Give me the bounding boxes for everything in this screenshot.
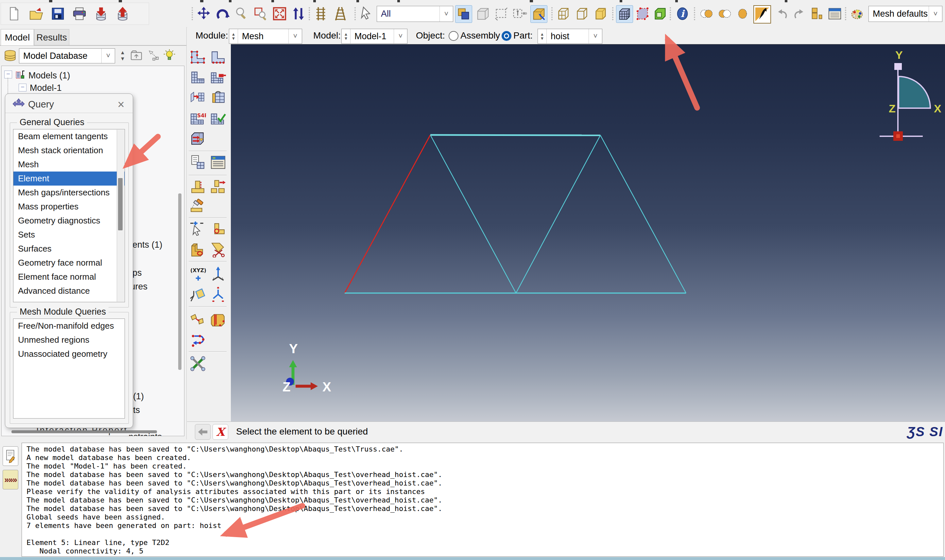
mesh-part-button[interactable] [189, 69, 207, 86]
color-code-combo[interactable]: Mesh defaults˅ [868, 6, 942, 22]
datum-axis-button[interactable] [210, 266, 227, 283]
save-button[interactable] [50, 5, 66, 22]
previous-step-button[interactable] [195, 424, 211, 440]
part-radio[interactable] [502, 31, 512, 41]
measure-pins-button[interactable] [512, 5, 528, 22]
query-item-geometry-face-normal[interactable]: Geometry face normal [14, 256, 125, 270]
truss-element-1-2[interactable] [345, 135, 430, 293]
tree-vertical-scrollbar[interactable] [178, 194, 182, 370]
viewport[interactable]: Y Z X Y Z X [231, 44, 945, 422]
render-wireframe-button[interactable] [555, 5, 572, 22]
query-item-free-non-manifold-edges[interactable]: Free/Non-manifold edges [14, 319, 125, 333]
redo-button[interactable] [791, 5, 808, 22]
mesh-bag-button[interactable] [210, 89, 227, 106]
tab-model[interactable]: Model [1, 29, 34, 45]
undo-button[interactable] [774, 5, 790, 22]
query-item-unmeshed-regions[interactable]: Unmeshed regions [14, 333, 125, 347]
element-type-button[interactable]: S4R [189, 109, 207, 126]
query-item-mesh-stack-orientation[interactable]: Mesh stack orientation [14, 143, 125, 157]
activate-module-flag-button[interactable] [753, 5, 771, 23]
tree-fragment[interactable]: ents (1) [133, 240, 162, 250]
spinner-icon[interactable]: ▲▼ [538, 29, 547, 43]
tree-item-model1[interactable]: Model-1 [30, 83, 62, 95]
query-dialog[interactable]: Query × General Queries Beam element tan… [5, 94, 133, 428]
move-elements-button[interactable] [210, 178, 227, 195]
mesh-copy-button[interactable] [189, 154, 207, 171]
tree-spin-buttons[interactable]: ▲▼ [118, 49, 128, 62]
tree-fragment[interactable]: (1) [133, 391, 144, 402]
truss-element-3-4[interactable] [516, 135, 600, 293]
view-cut-toggle[interactable] [530, 5, 547, 23]
partition-cell-button[interactable] [210, 311, 227, 328]
chevron-down-icon[interactable]: ˅ [288, 29, 302, 43]
close-icon[interactable]: × [114, 98, 128, 111]
chevron-down-icon[interactable]: ˅ [394, 29, 407, 43]
seed-display-toggle[interactable] [634, 5, 651, 22]
ghost-cube-button[interactable] [475, 5, 491, 22]
query-item-element-face-normal[interactable]: Element face normal [14, 270, 125, 284]
drag-rectangle-button[interactable] [493, 5, 509, 22]
tree-fragment[interactable]: ts [133, 405, 140, 415]
lightbulb-icon[interactable] [163, 49, 176, 63]
message-log[interactable]: The model database has been saved to "C:… [22, 443, 944, 557]
manager-table-button[interactable] [826, 5, 843, 22]
boolean-merge-button[interactable] [734, 5, 751, 22]
region-manager-button[interactable] [809, 5, 825, 22]
new-file-button[interactable] [6, 5, 22, 22]
module-combo[interactable]: ▲▼ Mesh ˅ [229, 29, 302, 44]
truss-mesh[interactable] [345, 135, 686, 293]
render-hiddenline-button[interactable] [574, 5, 590, 22]
bottom-up-mesh-button[interactable] [189, 130, 207, 147]
solid-feature-button[interactable] [189, 241, 207, 258]
cancel-procedure-button[interactable]: X [213, 424, 228, 440]
zoom-box-button[interactable] [253, 5, 269, 22]
query-item-advanced-distance[interactable]: Advanced distance [14, 284, 125, 298]
perspective-on-button[interactable] [313, 5, 329, 22]
chevron-down-icon[interactable]: ˅ [589, 29, 602, 43]
cycle-views-button[interactable] [290, 5, 307, 22]
datum-point-button[interactable]: (XYZ) [189, 266, 207, 283]
render-shaded-button[interactable] [592, 5, 609, 22]
spinner-icon[interactable]: ▲▼ [229, 29, 238, 43]
object-overlap-toggle[interactable] [455, 5, 472, 23]
truss-element-4-5[interactable] [600, 135, 686, 293]
kernel-cli-tab-button[interactable]: »»» [3, 470, 18, 489]
query-item-geometry-diagnostics[interactable]: Geometry diagnostics [14, 214, 125, 228]
delete-mesh-button[interactable] [189, 197, 207, 214]
model-combo[interactable]: ▲▼ Model-1 ˅ [341, 29, 407, 44]
chevron-down-icon[interactable]: ˅ [439, 6, 453, 22]
mesh-table-button[interactable] [210, 154, 227, 171]
tab-results[interactable]: Results [34, 29, 69, 45]
datum-csys-button[interactable] [210, 286, 227, 303]
spinner-icon[interactable]: ▲▼ [342, 29, 350, 43]
message-area-tab-button[interactable] [3, 446, 18, 466]
show-mesh-toggle[interactable] [616, 5, 633, 23]
fit-view-button[interactable] [271, 5, 288, 22]
folder-up-icon[interactable] [130, 49, 143, 63]
list-scrollbar[interactable] [117, 130, 124, 302]
part-combo[interactable]: ▲▼ hoist ˅ [538, 29, 602, 44]
collapse-icon[interactable]: − [18, 84, 26, 91]
tree-item-models[interactable]: Models (1) [28, 71, 70, 81]
magnify-view-button[interactable] [233, 5, 250, 22]
assembly-radio[interactable] [449, 31, 458, 41]
query-item-mesh-gaps-intersections[interactable]: Mesh gaps/intersections [14, 186, 125, 200]
save-session-button[interactable] [93, 5, 109, 22]
select-cursor-icon[interactable] [358, 5, 375, 22]
query-item-mass-properties[interactable]: Mass properties [14, 200, 125, 214]
verify-mesh-button[interactable] [210, 109, 227, 126]
filter-icon[interactable] [147, 49, 160, 63]
query-item-element[interactable]: Element [14, 172, 125, 186]
mesh-queries-list[interactable]: Free/Non-manifold edgesUnmeshed regionsU… [13, 318, 125, 418]
general-queries-list[interactable]: Beam element tangentsMesh stack orientat… [13, 129, 125, 302]
tree-fragment[interactable]: ps [133, 268, 142, 278]
boolean-union-button[interactable] [698, 5, 715, 22]
tree-horizontal-scrollbar[interactable] [11, 430, 157, 433]
print-button[interactable] [71, 5, 88, 22]
seed-part-button[interactable] [189, 49, 207, 66]
perspective-off-button[interactable] [332, 5, 348, 22]
mesh-move-button[interactable] [189, 89, 207, 106]
datum-plane-button[interactable] [189, 286, 207, 303]
rotate-view-button[interactable] [214, 5, 231, 22]
edit-loop-button[interactable] [189, 331, 207, 348]
